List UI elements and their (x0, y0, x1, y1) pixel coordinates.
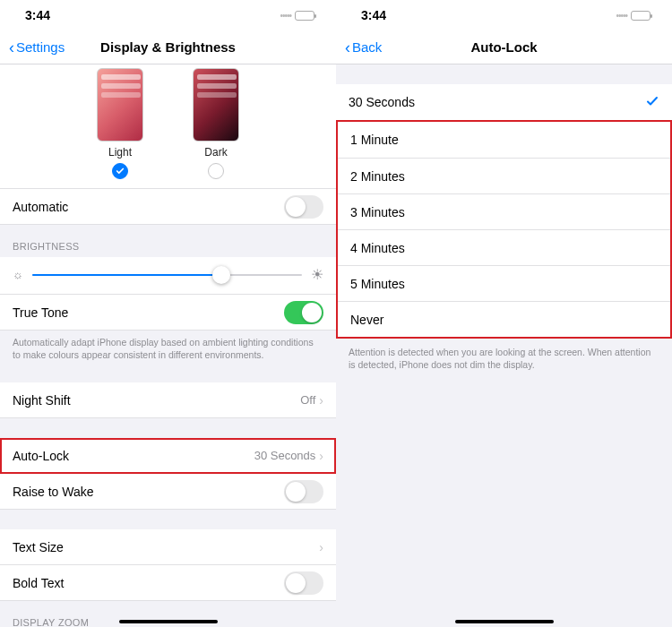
chevron-right-icon: › (319, 449, 323, 463)
status-icons: ••••• (616, 11, 650, 21)
sun-small-icon: ☼ (13, 268, 23, 281)
truetone-footer: Automatically adapt iPhone display based… (0, 331, 336, 370)
option-2-minutes[interactable]: 2 Minutes (338, 158, 670, 193)
option-30-seconds[interactable]: 30 Seconds (336, 84, 672, 120)
option-label: 4 Minutes (350, 241, 405, 255)
light-label: Light (108, 146, 132, 159)
nav-bar: ‹ Settings Display & Brightness (0, 30, 336, 64)
truetone-row: True Tone (0, 295, 336, 331)
dark-radio[interactable] (208, 163, 224, 179)
nav-bar: ‹ Back Auto-Lock (336, 30, 672, 64)
nightshift-label: Night Shift (13, 393, 71, 408)
brightness-row: ☼ ☀ (0, 257, 336, 295)
chevron-right-icon: › (319, 540, 323, 554)
light-radio[interactable] (112, 163, 128, 179)
option-label: 30 Seconds (349, 95, 415, 109)
chevron-right-icon: › (319, 393, 323, 408)
home-indicator[interactable] (455, 620, 554, 623)
status-time: 3:44 (25, 8, 50, 22)
settings-scroll[interactable]: Light Dark Automatic BRIGHTNESS ☼ (0, 64, 336, 627)
option-5-minutes[interactable]: 5 Minutes (338, 265, 670, 301)
bold-label: Bold Text (13, 576, 64, 590)
highlighted-options-group: 1 Minute 2 Minutes 3 Minutes 4 Minutes 5… (336, 120, 672, 339)
textsize-label: Text Size (13, 540, 64, 554)
option-label: 3 Minutes (350, 205, 405, 219)
dark-label: Dark (204, 146, 227, 159)
brightness-slider[interactable] (32, 267, 302, 283)
page-title: Auto-Lock (336, 39, 672, 55)
truetone-label: True Tone (13, 305, 68, 320)
brightness-header: BRIGHTNESS (0, 225, 336, 257)
checkmark-icon (645, 94, 659, 111)
status-bar: 3:44 ••••• (336, 0, 672, 30)
status-bar: 3:44 ••••• (0, 0, 336, 30)
option-label: 5 Minutes (350, 277, 405, 291)
theme-dark-option[interactable]: Dark (193, 68, 239, 179)
option-label: 1 Minute (350, 133, 399, 147)
automatic-label: Automatic (13, 200, 68, 214)
signal-dots-icon: ••••• (616, 11, 627, 21)
home-indicator[interactable] (119, 620, 218, 623)
status-icons: ••••• (280, 11, 314, 21)
back-button[interactable]: ‹ Settings (9, 39, 65, 56)
status-time: 3:44 (361, 8, 386, 22)
automatic-row: Automatic (0, 189, 336, 225)
chevron-left-icon: ‹ (345, 39, 350, 56)
chevron-left-icon: ‹ (9, 39, 14, 56)
option-label: Never (350, 313, 383, 327)
option-4-minutes[interactable]: 4 Minutes (338, 229, 670, 265)
back-label: Settings (16, 39, 65, 55)
nightshift-value: Off (300, 393, 315, 407)
phone-display-brightness: 3:44 ••••• ‹ Settings Display & Brightne… (0, 0, 336, 627)
autolock-label: Auto-Lock (13, 449, 69, 463)
battery-icon (631, 11, 650, 21)
option-3-minutes[interactable]: 3 Minutes (338, 193, 670, 229)
autolock-scroll[interactable]: 30 Seconds 1 Minute 2 Minutes 3 Minutes … (336, 64, 672, 627)
theme-light-option[interactable]: Light (97, 68, 143, 179)
raise-label: Raise to Wake (13, 485, 94, 499)
signal-dots-icon: ••••• (280, 11, 291, 21)
option-label: 2 Minutes (350, 169, 405, 184)
autolock-row[interactable]: Auto-Lock 30 Seconds › (0, 438, 336, 474)
back-label: Back (352, 39, 382, 55)
automatic-toggle[interactable] (284, 195, 323, 219)
truetone-toggle[interactable] (284, 301, 323, 324)
phone-autolock: 3:44 ••••• ‹ Back Auto-Lock 30 Seconds 1… (336, 0, 672, 627)
sun-large-icon: ☀ (311, 266, 323, 283)
autolock-value: 30 Seconds (254, 449, 316, 462)
option-1-minute[interactable]: 1 Minute (338, 122, 670, 158)
light-theme-thumb-icon (97, 68, 143, 142)
autolock-options-list: 30 Seconds 1 Minute 2 Minutes 3 Minutes … (336, 84, 672, 339)
raise-row: Raise to Wake (0, 474, 336, 510)
bold-row: Bold Text (0, 565, 336, 601)
autolock-footer: Attention is detected when you are looki… (336, 339, 672, 380)
checkmark-icon (116, 167, 125, 176)
bold-toggle[interactable] (284, 571, 323, 595)
option-never[interactable]: Never (338, 301, 670, 337)
back-button[interactable]: ‹ Back (345, 39, 382, 56)
appearance-section: Light Dark (0, 64, 336, 189)
textsize-row[interactable]: Text Size › (0, 529, 336, 565)
battery-icon (295, 11, 314, 21)
dark-theme-thumb-icon (193, 68, 239, 142)
nightshift-row[interactable]: Night Shift Off › (0, 382, 336, 418)
raise-toggle[interactable] (284, 480, 323, 503)
